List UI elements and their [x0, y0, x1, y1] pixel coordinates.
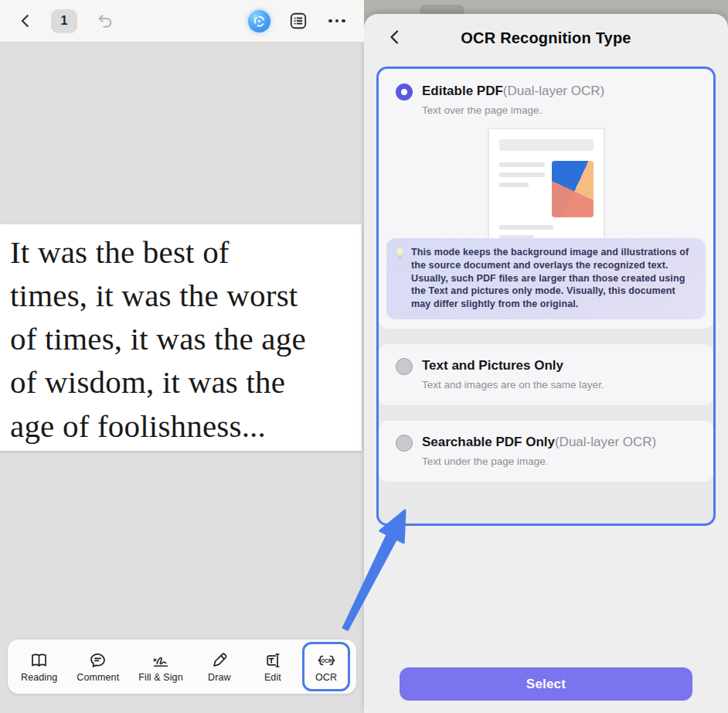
book-icon: [29, 651, 49, 670]
option-subtitle: Text under the page image.: [422, 455, 656, 467]
option-head: Editable PDF(Dual-layer OCR) Text over t…: [379, 69, 713, 116]
ocr-sheet-panel: OCR Recognition Type Editable PDF(Dual-l…: [364, 0, 728, 713]
option-titles: Editable PDF(Dual-layer OCR) Text over t…: [422, 83, 604, 116]
illustration-photo-building-sky: [552, 161, 594, 217]
tool-label: Comment: [77, 672, 119, 683]
lightbulb-icon: [394, 247, 406, 261]
tool-label: Edit: [264, 672, 281, 683]
option-text-pictures-only[interactable]: Text and Pictures Only Text and images a…: [379, 344, 713, 405]
option-titles: Searchable PDF Only(Dual-layer OCR) Text…: [422, 434, 656, 467]
radio-unselected[interactable]: [396, 435, 413, 452]
tool-comment[interactable]: Comment: [70, 645, 126, 689]
marker-pen-icon: [210, 651, 229, 670]
ai-assistant-icon[interactable]: [248, 10, 270, 32]
option-searchable-pdf-only[interactable]: Searchable PDF Only(Dual-layer OCR) Text…: [379, 421, 713, 482]
tool-label: OCR: [315, 672, 337, 683]
svg-text:OCR: OCR: [321, 657, 332, 663]
option-editable-pdf[interactable]: Editable PDF(Dual-layer OCR) Text over t…: [379, 69, 713, 329]
more-options-icon[interactable]: [327, 11, 347, 31]
mode-info-text: This mode keeps the background image and…: [411, 246, 696, 311]
edit-text-icon: [263, 651, 283, 670]
mode-toolbar: Reading Comment Fill & Sign: [8, 640, 356, 694]
option-title: Searchable PDF Only: [422, 435, 555, 449]
option-subtitle: Text and images are on the same layer.: [422, 379, 604, 391]
tool-label: Reading: [21, 672, 57, 683]
pdf-page[interactable]: It was the best of times, it was the wor…: [0, 224, 362, 451]
sheet-header: OCR Recognition Type: [364, 14, 728, 62]
signature-icon: [151, 651, 171, 670]
pdf-viewer-panel: 1 It was the best of t: [0, 0, 364, 713]
option-subtitle: Text over the page image.: [422, 104, 604, 116]
page-number-badge[interactable]: 1: [51, 9, 77, 33]
page-number: 1: [61, 14, 68, 28]
mode-info-box: This mode keeps the background image and…: [386, 238, 706, 319]
tool-label: Draw: [208, 672, 231, 683]
sheet-title: OCR Recognition Type: [461, 29, 631, 47]
radio-unselected[interactable]: [396, 358, 413, 375]
tool-edit[interactable]: Edit: [249, 645, 297, 689]
pdf-page-text: It was the best of times, it was the wor…: [10, 230, 352, 448]
option-title: Text and Pictures Only: [422, 358, 563, 373]
tool-reading[interactable]: Reading: [14, 645, 64, 689]
ocr-scan-icon: OCR: [316, 651, 337, 670]
back-icon[interactable]: [17, 12, 34, 29]
option-title: Editable PDF: [422, 84, 503, 98]
outline-list-icon[interactable]: [288, 11, 308, 31]
viewer-topbar: 1: [0, 0, 364, 43]
tool-draw[interactable]: Draw: [196, 645, 243, 689]
option-title-suffix: (Dual-layer OCR): [555, 435, 656, 449]
option-titles: Text and Pictures Only Text and images a…: [422, 357, 604, 391]
sheet-back-icon[interactable]: [386, 28, 404, 46]
options-divider: [379, 405, 713, 421]
ocr-options-group: Editable PDF(Dual-layer OCR) Text over t…: [376, 67, 716, 526]
undo-icon[interactable]: [96, 12, 114, 30]
pdf-canvas[interactable]: It was the best of times, it was the wor…: [0, 43, 364, 713]
app-window: 1 It was the best of t: [0, 0, 728, 713]
option-title-suffix: (Dual-layer OCR): [503, 84, 604, 98]
tool-fill-sign[interactable]: Fill & Sign: [131, 645, 189, 689]
radio-selected[interactable]: [396, 84, 413, 101]
comment-icon: [88, 651, 107, 670]
ocr-sheet: OCR Recognition Type Editable PDF(Dual-l…: [364, 14, 728, 713]
tool-ocr[interactable]: OCR OCR: [302, 642, 350, 691]
select-button[interactable]: Select: [400, 667, 692, 701]
options-divider: [379, 329, 713, 344]
tool-label: Fill & Sign: [138, 672, 182, 683]
